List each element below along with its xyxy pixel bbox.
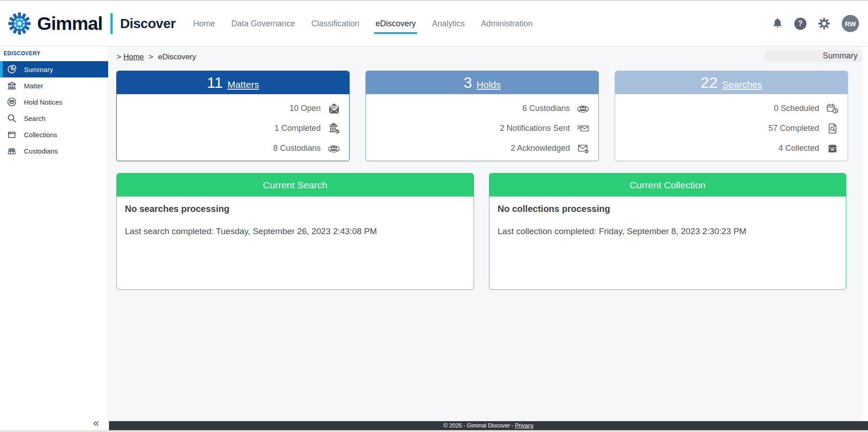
stat-text: 8 Custodians [273, 144, 321, 153]
stat-row-acknowledged: 2 Acknowledged [375, 138, 589, 158]
stat-text: 6 Custodians [522, 104, 570, 113]
nav-administration[interactable]: Administration [480, 15, 533, 32]
stat-text: 2 Notifications Sent [500, 124, 570, 133]
stat-text: 2 Acknowledged [511, 144, 570, 153]
settings-button[interactable] [818, 17, 830, 30]
searches-count: 22 [701, 74, 718, 91]
gimmal-gear-logo-icon [6, 10, 33, 37]
sidebar-item-label: Matter [24, 82, 43, 90]
sidebar-item-hold-notices[interactable]: Hold Notices [0, 94, 108, 110]
stat-text: 1 Completed [275, 124, 321, 133]
stat-text: 4 Collected [778, 144, 819, 153]
matters-count: 11 [207, 74, 223, 91]
bell-icon [772, 18, 783, 29]
current-collection-card: Current Collection No collections proces… [489, 173, 846, 290]
mail-check-icon [577, 142, 589, 154]
brand-divider [110, 13, 113, 34]
help-button[interactable]: ? [794, 18, 806, 30]
current-search-message: No searches processing [125, 204, 465, 214]
current-search-card: Current Search No searches processing La… [116, 173, 474, 290]
stat-cards-row: 11 Matters 10 Open [116, 71, 848, 161]
bank-icon [6, 80, 17, 91]
breadcrumb-current: eDiscovery [158, 53, 196, 61]
searches-link[interactable]: Searches [722, 79, 763, 90]
nav-ediscovery[interactable]: eDiscovery [375, 15, 416, 32]
pie-chart-icon [6, 64, 17, 75]
custodian-group-icon [577, 102, 589, 115]
sidebar-item-label: Custodians [24, 147, 58, 155]
sidebar: EDISCOVERY Summary Matter [0, 47, 109, 430]
nav-classification[interactable]: Classification [311, 15, 360, 32]
window-bottom-edge [0, 430, 868, 432]
archive-box-icon [826, 142, 839, 154]
stat-row-open: 10 Open [126, 98, 340, 118]
main-content: > Home > eDiscovery Summary 11 Matters 1… [109, 47, 868, 430]
sidebar-collapse-button[interactable]: « [93, 418, 99, 428]
current-collection-detail: Last collection completed: Friday, Septe… [498, 226, 838, 236]
searches-card: 22 Searches 0 Scheduled [615, 71, 848, 161]
stat-row-completed: 57 Completed [624, 118, 839, 138]
stat-text: 57 Completed [768, 124, 819, 133]
breadcrumb: > Home > eDiscovery [117, 53, 196, 62]
current-search-header: Current Search [117, 173, 474, 197]
brand-logo[interactable]: Gimmal Discover [6, 10, 175, 37]
holds-card: 3 Holds 6 Custodians [365, 71, 599, 161]
footer-copyright: © 2025 - Gimmal Discover - [444, 422, 513, 429]
stat-text: 10 Open [289, 104, 321, 113]
open-mail-icon [327, 102, 340, 115]
searches-card-header: 22 Searches [615, 71, 848, 94]
nav-data-governance[interactable]: Data Governance [231, 15, 295, 32]
custodian-group-icon [327, 142, 340, 154]
app-window: Gimmal Discover Home Data Governance Cla… [0, 0, 868, 432]
matters-link[interactable]: Matters [228, 79, 259, 90]
holds-link[interactable]: Holds [477, 79, 501, 90]
bank-check-icon [327, 122, 340, 134]
magnifier-icon [6, 113, 17, 124]
matters-card: 11 Matters 10 Open [116, 71, 350, 161]
top-bar: Gimmal Discover Home Data Governance Cla… [0, 1, 868, 47]
stat-row-custodians: 6 Custodians [375, 98, 589, 118]
nav-home[interactable]: Home [193, 15, 215, 32]
main-nav: Home Data Governance Classification eDis… [193, 1, 533, 46]
privacy-link[interactable]: Privacy [515, 422, 533, 429]
send-mail-icon [577, 122, 589, 134]
product-name: Discover [120, 16, 175, 31]
current-search-detail: Last search completed: Tuesday, Septembe… [125, 226, 465, 236]
sidebar-item-matter[interactable]: Matter [0, 77, 108, 94]
breadcrumb-home-link[interactable]: Home [123, 53, 144, 61]
current-collection-message: No collections processing [498, 204, 838, 214]
stat-row-scheduled: 0 Scheduled [624, 98, 839, 118]
holds-card-body: 6 Custodians [366, 94, 598, 158]
breadcrumb-prefix: > [117, 53, 121, 61]
footer-bar: © 2025 - Gimmal Discover - Privacy [109, 421, 868, 430]
nav-analytics[interactable]: Analytics [432, 15, 465, 32]
brand-name: Gimmal [37, 13, 102, 34]
sidebar-item-summary[interactable]: Summary [0, 61, 108, 77]
gear-icon [818, 17, 830, 30]
sidebar-item-custodians[interactable]: Custodians [0, 143, 108, 159]
page-title: Summary [764, 50, 862, 62]
sidebar-item-collections[interactable]: Collections [0, 126, 108, 143]
notifications-button[interactable] [772, 18, 783, 29]
calendar-clock-icon [826, 102, 839, 115]
sidebar-item-search[interactable]: Search [0, 110, 108, 126]
matters-card-body: 10 Open [117, 94, 349, 158]
help-icon: ? [794, 18, 806, 30]
breadcrumb-separator: > [149, 53, 153, 61]
sidebar-item-label: Summary [24, 66, 53, 73]
stat-row-collected: 4 Collected [624, 138, 839, 158]
sidebar-item-label: Collections [24, 131, 57, 139]
holds-card-header: 3 Holds [366, 71, 598, 94]
user-avatar[interactable]: RW [842, 15, 859, 32]
scrollbar-gutter [862, 47, 868, 421]
sidebar-item-label: Search [24, 115, 46, 122]
current-collection-header: Current Collection [489, 173, 846, 197]
stat-row-completed: 1 Completed [126, 118, 340, 138]
sidebar-item-label: Hold Notices [24, 98, 62, 106]
matters-card-header: 11 Matters [117, 71, 349, 94]
stat-row-custodians: 8 Custodians [126, 138, 340, 158]
sidebar-section-label: EDISCOVERY [4, 50, 108, 57]
holds-count: 3 [464, 74, 472, 91]
status-cards-row: Current Search No searches processing La… [116, 173, 846, 290]
stat-row-notifications-sent: 2 Notifications Sent [375, 118, 589, 138]
